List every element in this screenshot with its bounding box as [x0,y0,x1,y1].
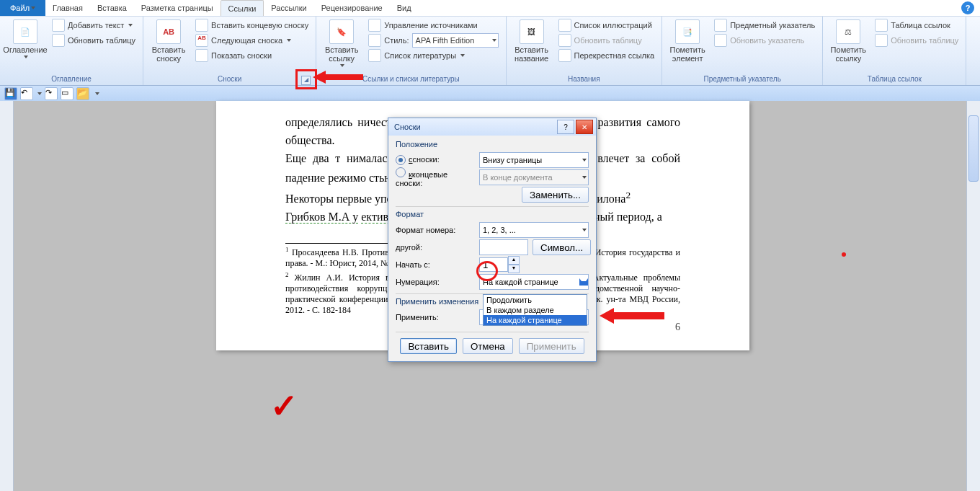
tab-insert[interactable]: Вставка [90,0,134,16]
label: Следующая сноска [211,36,282,45]
insert-toa-button[interactable]: Таблица ссылок [872,18,961,32]
label: Таблица ссылок [891,21,950,30]
spin-down-icon[interactable]: ▼ [508,265,520,273]
chevron-down-icon [128,24,133,27]
dropdown-option[interactable]: Продолжить [484,295,587,305]
tab-review[interactable]: Рецензирование [314,0,390,16]
label: Пометить ссылку [831,45,866,63]
mark-citation-button[interactable]: ⚖Пометить ссылку [827,18,869,63]
radio-footnotes[interactable]: ссноски: [396,155,475,165]
tab-references[interactable]: Ссылки [220,0,264,16]
dropdown-option-selected[interactable]: На каждой странице [484,315,587,325]
numbering-combo[interactable]: На каждой странице [479,274,589,290]
file-tab-label: Файл [10,4,30,12]
combo-value: 1, 2, 3, ... [483,226,516,234]
tab-mailings[interactable]: Рассылки [264,0,313,16]
list-of-figures-button[interactable]: Список иллюстраций [556,18,658,32]
show-notes-button[interactable]: Показать сноски [192,48,311,63]
cross-reference-button[interactable]: Перекрестная ссылка [556,48,658,63]
new-doc-icon[interactable]: ▭ [61,87,74,100]
insert-endnote-button[interactable]: Вставить концевую сноску [192,18,311,32]
insert-citation-button[interactable]: 🔖Вставить ссылку [321,18,362,67]
replace-button[interactable]: Заменить... [522,187,589,203]
caption-icon: 🖼 [520,19,544,44]
label-apply-to: Применить: [396,313,475,322]
save-icon[interactable]: 💾 [4,87,17,100]
group-label-toa: Таблица ссылок [827,75,961,85]
dialog-titlebar[interactable]: Сноски ? ✕ [388,118,596,136]
bibliography-button[interactable]: Список литературы [365,48,501,63]
label: Вставить ссылку [325,45,359,63]
help-icon[interactable]: ? [961,1,974,14]
insert-footnote-button[interactable]: ABВставить сноску [148,18,190,63]
vertical-ruler [0,101,14,491]
add-text-button[interactable]: Добавить текст [49,18,138,32]
update-captions-button[interactable]: Обновить таблицу [556,33,658,48]
label: Обновить таблицу [891,36,958,45]
footnote-position-combo[interactable]: Внизу страницы [479,152,589,168]
spin-up-icon[interactable]: ▲ [508,256,520,265]
radio-endnotes[interactable]: кконцевые сноски: [396,167,475,187]
menu-tabs: Файл Главная Вставка Разметка страницы С… [0,0,980,16]
style-value: APA Fifth Edition [416,36,475,45]
chevron-down-icon[interactable] [95,92,99,95]
redo-icon[interactable]: ↷ [45,87,58,100]
update-index-button[interactable]: Обновить указатель [711,33,818,48]
dropdown-option[interactable]: В каждом разделе [484,305,587,315]
open-icon[interactable]: 📂 [76,87,89,100]
style-label: Стиль: [384,36,409,45]
next-footnote-button[interactable]: ABСледующая сноска [192,33,311,48]
toc-label: Оглавление [3,45,47,54]
update-toa-button[interactable]: Обновить таблицу [872,33,961,48]
list-icon [558,19,571,32]
file-tab[interactable]: Файл [0,0,45,16]
numbering-dropdown-list[interactable]: Продолжить В каждом разделе На каждой ст… [483,294,587,326]
label: Обновить указатель [730,36,804,45]
group-label-toc: Оглавление [4,75,138,85]
footnotes-launcher[interactable]: ◢ [301,76,311,85]
refresh-icon [52,34,65,47]
cancel-button[interactable]: Отмена [463,338,513,354]
chevron-down-icon [582,229,587,231]
number-format-combo[interactable]: 1, 2, 3, ... [479,222,589,238]
combo-value: Внизу страницы [483,156,542,164]
crossref-icon [558,49,571,62]
start-at-input[interactable] [479,257,508,272]
manage-sources-button[interactable]: Управление источниками [365,18,501,32]
style-icon [368,34,381,47]
insert-button[interactable]: Вставить [400,338,457,354]
tab-view[interactable]: Вид [390,0,419,16]
start-at-spinner[interactable]: ▲▼ [479,256,520,273]
scroll-thumb[interactable] [968,115,979,182]
apply-button: Применить [519,338,584,354]
chevron-down-icon[interactable] [37,92,42,95]
quick-access-toolbar: 💾 ↶ ↷ ▭ 📂 [0,86,980,102]
dialog-help-button[interactable]: ? [557,120,574,134]
insert-caption-button[interactable]: 🖼Вставить название [511,18,553,63]
label: Пометить элемент [669,45,705,63]
citation-style[interactable]: Стиль:APA Fifth Edition [365,33,501,48]
label: Вставить название [514,45,548,63]
vertical-scrollbar[interactable] [966,101,980,491]
label: Обновить таблицу [574,36,642,45]
tab-home[interactable]: Главная [45,0,90,16]
custom-mark-input[interactable] [479,239,528,255]
label: Обновить таблицу [68,36,135,45]
label: Список иллюстраций [574,21,652,30]
label: Перекрестная ссылка [574,51,655,60]
chevron-down-icon [340,64,344,67]
mark-entry-button[interactable]: 📑Пометить элемент [667,18,708,63]
undo-icon[interactable]: ↶ [20,87,33,100]
refresh-icon [714,34,727,47]
label: Список литературы [384,51,456,60]
toc-button[interactable]: 📄Оглавление [4,18,46,58]
update-toc-button[interactable]: Обновить таблицу [49,33,138,48]
group-label-footnotes: Сноски◢ [148,75,311,85]
label-other: другой: [396,243,475,252]
ab-icon: AB [156,19,181,44]
tab-layout[interactable]: Разметка страницы [134,0,220,16]
dialog-close-button[interactable]: ✕ [576,120,593,134]
section-header-format: Формат [396,210,589,218]
insert-index-button[interactable]: Предметный указатель [711,18,818,32]
symbol-button[interactable]: Символ... [533,239,591,255]
